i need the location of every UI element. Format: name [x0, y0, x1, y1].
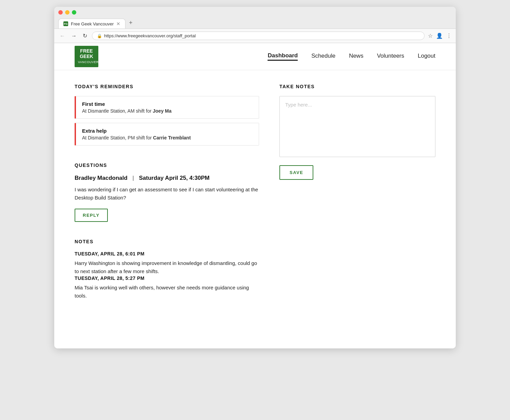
questions-title: QUESTIONS	[75, 163, 259, 168]
tab-close-button[interactable]: ✕	[116, 21, 120, 26]
url-display: https://www.freegeekvancouver.org/staff_…	[104, 33, 196, 38]
url-protocol: https://	[104, 33, 117, 38]
browser-tab-active[interactable]: FG Free Geek Vancouver ✕	[58, 19, 125, 28]
note-item-0: TUESDAY, APRIL 28, 6:01 PM Harry Washing…	[75, 251, 259, 275]
browser-addressbar: ← → ↻ 🔒 https://www.freegeekvancouver.or…	[54, 29, 456, 43]
tab-title: Free Geek Vancouver	[71, 21, 114, 26]
nav-dashboard[interactable]: Dashboard	[268, 52, 298, 61]
reminder-title-0: First time	[82, 101, 253, 107]
profile-icon[interactable]: 👤	[436, 33, 443, 39]
note-date-1: TUESDAY, APRIL 28, 5:27 PM	[75, 275, 259, 281]
logo-line3: VANCOUVER	[78, 60, 99, 64]
reminders-section: TODAY'S REMINDERS First time At Dismantl…	[75, 84, 259, 146]
main-nav: Dashboard Schedule News Volunteers Logou…	[268, 52, 435, 61]
logo-line2: GEEK	[80, 54, 93, 59]
browser-tabs: FG Free Geek Vancouver ✕ +	[58, 17, 452, 28]
site-logo: FREE GEEK VANCOUVER	[75, 46, 98, 67]
nav-schedule[interactable]: Schedule	[311, 53, 335, 61]
tab-favicon-icon: FG	[63, 21, 68, 26]
take-notes-section: TAKE NOTES SAVE	[279, 84, 435, 180]
traffic-close[interactable]	[58, 10, 63, 15]
note-body-0: Harry Washington is showing improvement …	[75, 259, 259, 275]
lock-icon: 🔒	[97, 34, 102, 38]
forward-button[interactable]: →	[70, 32, 78, 40]
main-layout: TODAY'S REMINDERS First time At Dismantl…	[54, 70, 456, 313]
browser-window: FG Free Geek Vancouver ✕ + ← → ↻ 🔒 https…	[54, 7, 456, 348]
browser-traffic-lights	[58, 10, 452, 15]
browser-chrome: FG Free Geek Vancouver ✕ +	[54, 7, 456, 29]
reminder-card-1: Extra help At Dismantle Station, PM shif…	[75, 123, 259, 146]
questions-section: QUESTIONS Bradley Macdonald | Saturday A…	[75, 163, 259, 222]
question-datetime-0: Saturday April 25, 4:30PM	[139, 175, 210, 181]
question-body-0: I was wondering if I can get an assessme…	[75, 186, 259, 202]
note-body-1: Mia Tsai is working well with others, ho…	[75, 284, 259, 300]
app-header: FREE GEEK VANCOUVER Dashboard Schedule N…	[54, 43, 456, 70]
logo-line1: FREE	[80, 48, 93, 54]
url-domain: www.freegeekvancouver.org	[117, 33, 173, 38]
question-header-0: Bradley Macdonald | Saturday April 25, 4…	[75, 175, 259, 182]
traffic-minimize[interactable]	[65, 10, 70, 15]
right-column: TAKE NOTES SAVE	[279, 84, 435, 300]
nav-logout[interactable]: Logout	[418, 53, 435, 61]
note-date-0: TUESDAY, APRIL 28, 6:01 PM	[75, 251, 259, 256]
back-button[interactable]: ←	[58, 32, 66, 40]
url-path: /staff_portal	[173, 33, 196, 38]
nav-volunteers[interactable]: Volunteers	[377, 53, 404, 61]
question-item-0: Bradley Macdonald | Saturday April 25, 4…	[75, 175, 259, 222]
question-name-0: Bradley Macdonald	[75, 175, 128, 181]
reminder-title-1: Extra help	[82, 128, 253, 134]
reminder-card-0: First time At Dismantle Station, AM shif…	[75, 96, 259, 119]
reminder-desc-0: At Dismantle Station, AM shift for Joey …	[82, 108, 253, 114]
bookmark-icon[interactable]: ☆	[428, 33, 433, 39]
traffic-maximize[interactable]	[72, 10, 76, 15]
nav-news[interactable]: News	[349, 53, 364, 61]
reload-button[interactable]: ↻	[81, 32, 89, 40]
menu-icon[interactable]: ⋮	[446, 33, 452, 39]
question-separator-0: |	[133, 175, 134, 181]
take-notes-title: TAKE NOTES	[279, 84, 435, 89]
address-bar[interactable]: 🔒 https://www.freegeekvancouver.org/staf…	[92, 32, 425, 40]
notes-section: NOTES TUESDAY, APRIL 28, 6:01 PM Harry W…	[75, 239, 259, 300]
notes-textarea[interactable]	[279, 96, 435, 157]
save-button[interactable]: SAVE	[279, 165, 313, 180]
notes-title: NOTES	[75, 239, 259, 244]
reminder-desc-1: At Dismantle Station, PM shift for Carri…	[82, 135, 253, 140]
note-item-1: TUESDAY, APRIL 28, 5:27 PM Mia Tsai is w…	[75, 275, 259, 300]
app-content: FREE GEEK VANCOUVER Dashboard Schedule N…	[54, 43, 456, 348]
reply-button-0[interactable]: REPLY	[75, 209, 108, 222]
left-column: TODAY'S REMINDERS First time At Dismantl…	[75, 84, 259, 300]
reminders-title: TODAY'S REMINDERS	[75, 84, 259, 89]
new-tab-button[interactable]: +	[125, 17, 136, 28]
